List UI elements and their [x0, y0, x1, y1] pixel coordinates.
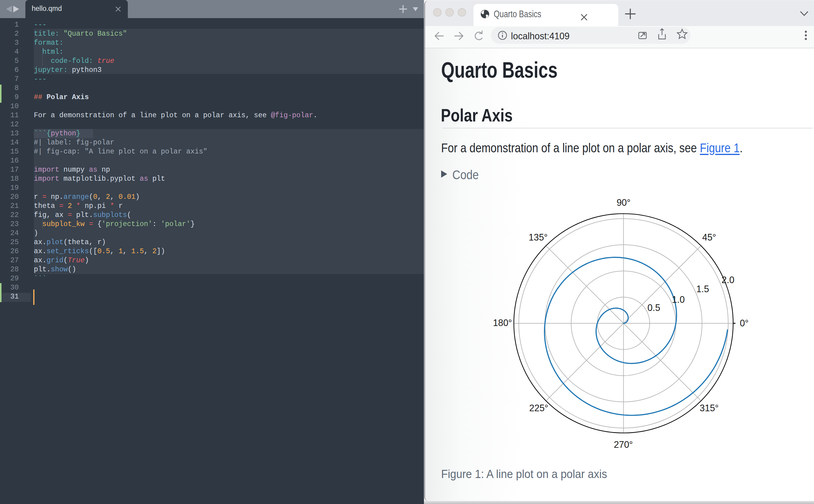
svg-text:0.5: 0.5: [648, 302, 660, 313]
svg-text:315°: 315°: [699, 403, 719, 413]
svg-text:1.0: 1.0: [672, 294, 685, 305]
svg-text:90°: 90°: [617, 197, 631, 208]
svg-text:2.0: 2.0: [722, 275, 734, 285]
svg-text:135°: 135°: [528, 232, 548, 242]
svg-text:1.5: 1.5: [696, 284, 709, 294]
svg-text:270°: 270°: [614, 439, 633, 450]
svg-text:45°: 45°: [702, 232, 716, 242]
svg-text:0°: 0°: [740, 318, 748, 328]
svg-text:180°: 180°: [493, 318, 512, 328]
svg-text:225°: 225°: [529, 403, 548, 413]
